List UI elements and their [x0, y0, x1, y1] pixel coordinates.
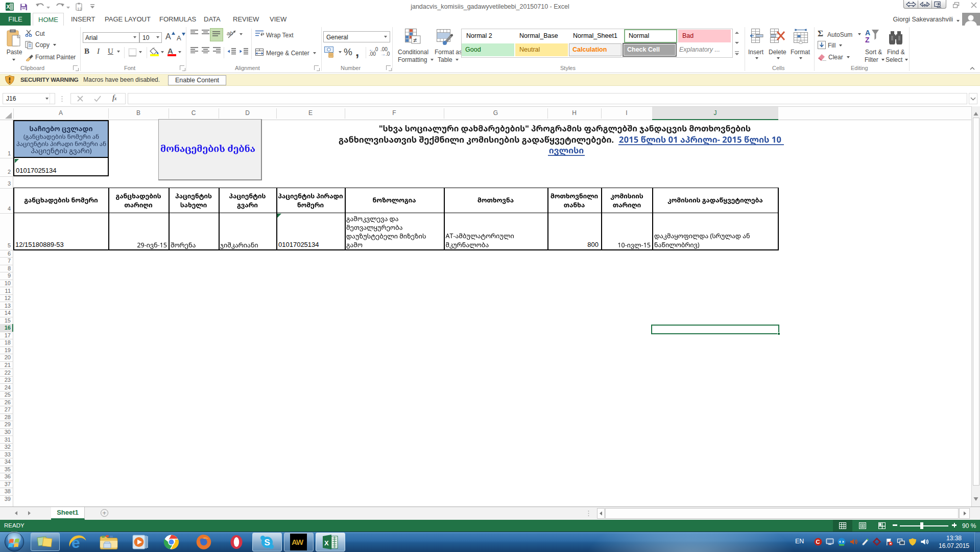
svg-text:S: S [265, 538, 270, 547]
svg-text:Z: Z [865, 36, 870, 44]
svg-text:≠: ≠ [413, 36, 417, 44]
svg-text:C: C [816, 539, 820, 545]
svg-text:ab: ab [227, 30, 233, 36]
svg-text:X: X [324, 539, 329, 547]
